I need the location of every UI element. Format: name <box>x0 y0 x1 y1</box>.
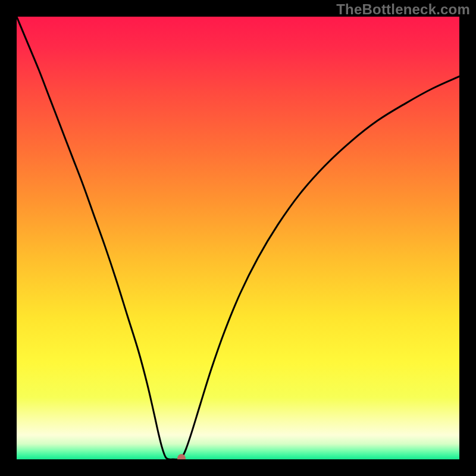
plot-area <box>17 17 459 459</box>
bottleneck-curve <box>17 17 459 459</box>
chart-frame: TheBottleneck.com <box>0 0 476 476</box>
optimum-marker <box>177 454 186 460</box>
watermark-text: TheBottleneck.com <box>336 1 470 18</box>
